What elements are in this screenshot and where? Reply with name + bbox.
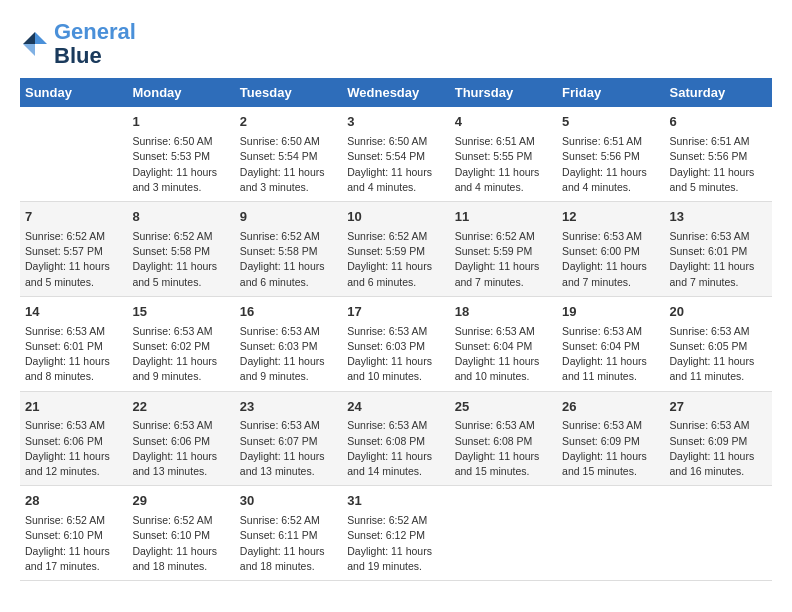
day-number: 26 <box>562 398 659 417</box>
calendar-row: 14Sunrise: 6:53 AM Sunset: 6:01 PM Dayli… <box>20 296 772 391</box>
day-info: Sunrise: 6:53 AM Sunset: 6:08 PM Dayligh… <box>347 418 444 479</box>
calendar-cell: 3Sunrise: 6:50 AM Sunset: 5:54 PM Daylig… <box>342 107 449 201</box>
day-info: Sunrise: 6:50 AM Sunset: 5:54 PM Dayligh… <box>347 134 444 195</box>
calendar-cell: 5Sunrise: 6:51 AM Sunset: 5:56 PM Daylig… <box>557 107 664 201</box>
day-info: Sunrise: 6:53 AM Sunset: 6:04 PM Dayligh… <box>562 324 659 385</box>
day-info: Sunrise: 6:52 AM Sunset: 6:11 PM Dayligh… <box>240 513 337 574</box>
calendar-cell: 25Sunrise: 6:53 AM Sunset: 6:08 PM Dayli… <box>450 391 557 486</box>
svg-marker-1 <box>23 32 35 44</box>
calendar-row: 21Sunrise: 6:53 AM Sunset: 6:06 PM Dayli… <box>20 391 772 486</box>
day-info: Sunrise: 6:52 AM Sunset: 5:59 PM Dayligh… <box>455 229 552 290</box>
calendar-cell: 27Sunrise: 6:53 AM Sunset: 6:09 PM Dayli… <box>665 391 772 486</box>
calendar-cell: 22Sunrise: 6:53 AM Sunset: 6:06 PM Dayli… <box>127 391 234 486</box>
day-number: 3 <box>347 113 444 132</box>
page-header: GeneralBlue <box>20 20 772 68</box>
day-number: 11 <box>455 208 552 227</box>
day-info: Sunrise: 6:53 AM Sunset: 6:09 PM Dayligh… <box>670 418 767 479</box>
calendar-cell: 16Sunrise: 6:53 AM Sunset: 6:03 PM Dayli… <box>235 296 342 391</box>
day-number: 14 <box>25 303 122 322</box>
logo-icon <box>20 29 50 59</box>
day-number: 7 <box>25 208 122 227</box>
weekday-header: Sunday <box>20 78 127 107</box>
day-number: 5 <box>562 113 659 132</box>
calendar-cell: 8Sunrise: 6:52 AM Sunset: 5:58 PM Daylig… <box>127 202 234 297</box>
calendar-cell <box>450 486 557 581</box>
day-info: Sunrise: 6:53 AM Sunset: 6:00 PM Dayligh… <box>562 229 659 290</box>
calendar-cell: 13Sunrise: 6:53 AM Sunset: 6:01 PM Dayli… <box>665 202 772 297</box>
logo-text: GeneralBlue <box>54 20 136 68</box>
day-info: Sunrise: 6:53 AM Sunset: 6:07 PM Dayligh… <box>240 418 337 479</box>
calendar-cell: 14Sunrise: 6:53 AM Sunset: 6:01 PM Dayli… <box>20 296 127 391</box>
calendar-cell: 28Sunrise: 6:52 AM Sunset: 6:10 PM Dayli… <box>20 486 127 581</box>
day-info: Sunrise: 6:50 AM Sunset: 5:53 PM Dayligh… <box>132 134 229 195</box>
day-info: Sunrise: 6:53 AM Sunset: 6:09 PM Dayligh… <box>562 418 659 479</box>
day-info: Sunrise: 6:53 AM Sunset: 6:02 PM Dayligh… <box>132 324 229 385</box>
day-info: Sunrise: 6:52 AM Sunset: 5:59 PM Dayligh… <box>347 229 444 290</box>
calendar-header: SundayMondayTuesdayWednesdayThursdayFrid… <box>20 78 772 107</box>
day-info: Sunrise: 6:53 AM Sunset: 6:08 PM Dayligh… <box>455 418 552 479</box>
day-number: 9 <box>240 208 337 227</box>
day-info: Sunrise: 6:53 AM Sunset: 6:03 PM Dayligh… <box>347 324 444 385</box>
day-number: 16 <box>240 303 337 322</box>
day-info: Sunrise: 6:53 AM Sunset: 6:04 PM Dayligh… <box>455 324 552 385</box>
day-number: 4 <box>455 113 552 132</box>
day-number: 25 <box>455 398 552 417</box>
weekday-header: Tuesday <box>235 78 342 107</box>
calendar-cell: 11Sunrise: 6:52 AM Sunset: 5:59 PM Dayli… <box>450 202 557 297</box>
calendar-cell: 23Sunrise: 6:53 AM Sunset: 6:07 PM Dayli… <box>235 391 342 486</box>
day-info: Sunrise: 6:52 AM Sunset: 6:10 PM Dayligh… <box>25 513 122 574</box>
day-info: Sunrise: 6:52 AM Sunset: 6:10 PM Dayligh… <box>132 513 229 574</box>
day-number: 15 <box>132 303 229 322</box>
day-info: Sunrise: 6:52 AM Sunset: 5:58 PM Dayligh… <box>132 229 229 290</box>
calendar-cell: 1Sunrise: 6:50 AM Sunset: 5:53 PM Daylig… <box>127 107 234 201</box>
calendar-cell: 17Sunrise: 6:53 AM Sunset: 6:03 PM Dayli… <box>342 296 449 391</box>
day-info: Sunrise: 6:51 AM Sunset: 5:55 PM Dayligh… <box>455 134 552 195</box>
day-info: Sunrise: 6:50 AM Sunset: 5:54 PM Dayligh… <box>240 134 337 195</box>
day-info: Sunrise: 6:52 AM Sunset: 6:12 PM Dayligh… <box>347 513 444 574</box>
svg-marker-2 <box>23 44 35 56</box>
day-number: 2 <box>240 113 337 132</box>
calendar-row: 1Sunrise: 6:50 AM Sunset: 5:53 PM Daylig… <box>20 107 772 201</box>
calendar-row: 28Sunrise: 6:52 AM Sunset: 6:10 PM Dayli… <box>20 486 772 581</box>
day-number: 19 <box>562 303 659 322</box>
calendar-cell: 26Sunrise: 6:53 AM Sunset: 6:09 PM Dayli… <box>557 391 664 486</box>
calendar-cell: 24Sunrise: 6:53 AM Sunset: 6:08 PM Dayli… <box>342 391 449 486</box>
calendar-cell: 4Sunrise: 6:51 AM Sunset: 5:55 PM Daylig… <box>450 107 557 201</box>
day-number: 31 <box>347 492 444 511</box>
calendar-cell: 30Sunrise: 6:52 AM Sunset: 6:11 PM Dayli… <box>235 486 342 581</box>
calendar-cell: 20Sunrise: 6:53 AM Sunset: 6:05 PM Dayli… <box>665 296 772 391</box>
calendar-table: SundayMondayTuesdayWednesdayThursdayFrid… <box>20 78 772 581</box>
day-info: Sunrise: 6:53 AM Sunset: 6:01 PM Dayligh… <box>670 229 767 290</box>
calendar-cell: 31Sunrise: 6:52 AM Sunset: 6:12 PM Dayli… <box>342 486 449 581</box>
day-number: 8 <box>132 208 229 227</box>
day-info: Sunrise: 6:53 AM Sunset: 6:06 PM Dayligh… <box>25 418 122 479</box>
weekday-header: Friday <box>557 78 664 107</box>
day-number: 22 <box>132 398 229 417</box>
day-number: 29 <box>132 492 229 511</box>
day-number: 12 <box>562 208 659 227</box>
day-number: 21 <box>25 398 122 417</box>
day-info: Sunrise: 6:52 AM Sunset: 5:57 PM Dayligh… <box>25 229 122 290</box>
day-info: Sunrise: 6:53 AM Sunset: 6:05 PM Dayligh… <box>670 324 767 385</box>
day-number: 24 <box>347 398 444 417</box>
day-number: 17 <box>347 303 444 322</box>
day-info: Sunrise: 6:51 AM Sunset: 5:56 PM Dayligh… <box>670 134 767 195</box>
weekday-header: Thursday <box>450 78 557 107</box>
svg-marker-0 <box>35 32 47 44</box>
day-number: 27 <box>670 398 767 417</box>
day-number: 18 <box>455 303 552 322</box>
calendar-cell: 12Sunrise: 6:53 AM Sunset: 6:00 PM Dayli… <box>557 202 664 297</box>
day-number: 13 <box>670 208 767 227</box>
calendar-cell <box>20 107 127 201</box>
day-info: Sunrise: 6:53 AM Sunset: 6:01 PM Dayligh… <box>25 324 122 385</box>
calendar-cell: 10Sunrise: 6:52 AM Sunset: 5:59 PM Dayli… <box>342 202 449 297</box>
day-number: 6 <box>670 113 767 132</box>
day-number: 1 <box>132 113 229 132</box>
calendar-cell: 18Sunrise: 6:53 AM Sunset: 6:04 PM Dayli… <box>450 296 557 391</box>
weekday-header: Monday <box>127 78 234 107</box>
weekday-header: Wednesday <box>342 78 449 107</box>
calendar-cell: 7Sunrise: 6:52 AM Sunset: 5:57 PM Daylig… <box>20 202 127 297</box>
calendar-cell: 6Sunrise: 6:51 AM Sunset: 5:56 PM Daylig… <box>665 107 772 201</box>
calendar-cell: 21Sunrise: 6:53 AM Sunset: 6:06 PM Dayli… <box>20 391 127 486</box>
calendar-cell: 29Sunrise: 6:52 AM Sunset: 6:10 PM Dayli… <box>127 486 234 581</box>
